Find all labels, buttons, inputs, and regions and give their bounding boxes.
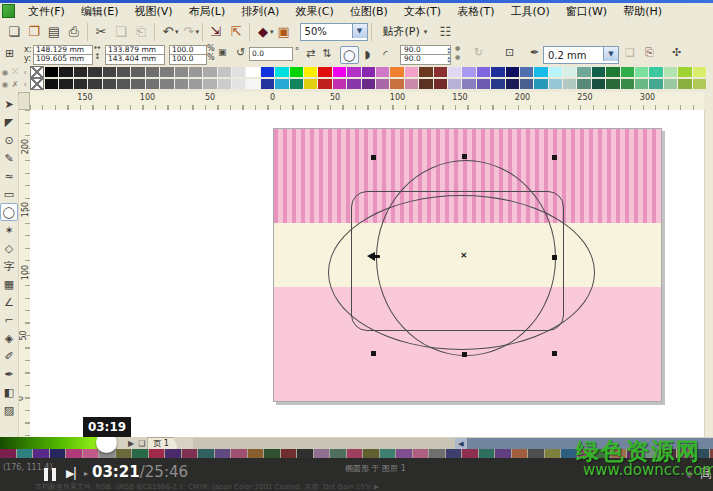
color-swatch[interactable] xyxy=(563,79,577,89)
doc-palette-swatch[interactable] xyxy=(396,449,413,458)
color-swatch[interactable] xyxy=(189,67,203,77)
doc-palette-swatch[interactable] xyxy=(149,449,166,458)
scroll-left-icon[interactable]: ◀ xyxy=(455,438,467,449)
doc-palette-swatch[interactable] xyxy=(413,449,430,458)
color-swatch[interactable] xyxy=(45,67,59,77)
color-swatch[interactable] xyxy=(491,67,505,77)
doc-palette-swatch[interactable] xyxy=(215,449,232,458)
menu-item-9[interactable]: 工具(O) xyxy=(503,3,556,20)
color-swatch[interactable] xyxy=(261,79,275,89)
redo-dd[interactable]: ▾ xyxy=(196,28,200,36)
doc-palette-swatch[interactable] xyxy=(116,449,133,458)
save-icon[interactable]: ▤ xyxy=(44,23,64,41)
color-swatch[interactable] xyxy=(534,67,548,77)
pie-mode-button[interactable]: ◗ xyxy=(359,46,376,62)
color-swatch[interactable] xyxy=(405,79,419,89)
color-swatch[interactable] xyxy=(635,79,649,89)
no-color-swatch[interactable] xyxy=(30,78,44,90)
selection-handle-bottom-center[interactable] xyxy=(462,352,467,357)
palette-control-icon[interactable]: ◉ xyxy=(0,68,10,77)
outline-pen-tool-icon[interactable]: ✒ xyxy=(0,365,18,383)
color-swatch[interactable] xyxy=(117,67,131,77)
menu-item-10[interactable]: 窗口(W) xyxy=(559,3,614,20)
color-swatch[interactable] xyxy=(592,79,606,89)
video-progress-bar[interactable] xyxy=(0,437,107,449)
color-swatch[interactable] xyxy=(693,79,707,89)
import-icon[interactable]: ⇲ xyxy=(206,23,226,41)
color-swatch[interactable] xyxy=(376,67,390,77)
add-page-icon[interactable]: ❏ xyxy=(138,439,145,448)
smart-draw-tool-icon[interactable]: ≈ xyxy=(0,167,18,185)
table-tool-icon[interactable]: ▦ xyxy=(0,275,18,293)
color-swatch[interactable] xyxy=(577,67,591,77)
vertical-scrollbar[interactable] xyxy=(704,110,713,437)
color-swatch[interactable] xyxy=(419,67,433,77)
palette-control-icon[interactable]: ✗ xyxy=(10,80,20,89)
color-swatch[interactable] xyxy=(592,67,606,77)
color-swatch[interactable] xyxy=(74,67,88,77)
pause-button[interactable] xyxy=(44,468,58,481)
fill-tool-icon[interactable]: ◧ xyxy=(0,383,18,401)
doc-palette-swatch[interactable] xyxy=(182,449,199,458)
color-swatch[interactable] xyxy=(577,79,591,89)
doc-palette-swatch[interactable] xyxy=(314,449,331,458)
zoom-combo-arrow-icon[interactable]: ▼ xyxy=(352,24,367,38)
print-icon[interactable]: ⎙ xyxy=(64,23,84,41)
new-icon[interactable]: ❏ xyxy=(4,23,24,41)
color-swatch[interactable] xyxy=(304,79,318,89)
page-tab[interactable]: 页 1 xyxy=(147,437,178,449)
color-swatch[interactable] xyxy=(534,79,548,89)
color-swatch[interactable] xyxy=(649,67,663,77)
color-swatch[interactable] xyxy=(678,79,692,89)
ellipse-mode-button[interactable]: ◯ xyxy=(340,46,359,64)
color-swatch[interactable] xyxy=(88,79,102,89)
color-swatch[interactable] xyxy=(203,79,217,89)
color-swatch[interactable] xyxy=(549,67,563,77)
doc-palette-swatch[interactable] xyxy=(297,449,314,458)
doc-palette-swatch[interactable] xyxy=(462,449,479,458)
corel-online-icon[interactable]: ▣ xyxy=(274,23,294,41)
rotation-field[interactable]: 0.0 xyxy=(249,47,293,61)
color-swatch[interactable] xyxy=(218,79,232,89)
color-swatch[interactable] xyxy=(491,79,505,89)
selection-handle-middle-right[interactable] xyxy=(552,255,557,260)
color-swatch[interactable] xyxy=(549,79,563,89)
blend-tool-icon[interactable]: ◈ xyxy=(0,329,18,347)
doc-palette-swatch[interactable] xyxy=(50,449,67,458)
menu-item-5[interactable]: 效果(C) xyxy=(288,3,340,20)
height-field[interactable]: 143.404 mm xyxy=(105,54,165,65)
outline-width-arrow-icon[interactable]: ▼ xyxy=(603,47,618,61)
color-swatch[interactable] xyxy=(45,79,59,89)
freehand-tool-icon[interactable]: ✎ xyxy=(0,149,18,167)
palette-control-icon[interactable]: ◉ xyxy=(0,80,10,89)
color-swatch[interactable] xyxy=(520,79,534,89)
page[interactable]: × xyxy=(273,128,662,402)
angle-radio-bottom-icon[interactable]: ● xyxy=(455,53,460,60)
menu-item-7[interactable]: 文本(T) xyxy=(397,3,448,20)
color-swatch[interactable] xyxy=(59,67,73,77)
color-swatch[interactable] xyxy=(333,79,347,89)
horizontal-scrollbar-track[interactable] xyxy=(193,438,455,449)
snap-menu[interactable]: 贴齐(P) xyxy=(383,24,420,39)
rectangle-tool-icon[interactable]: ▭ xyxy=(0,185,18,203)
doc-palette-swatch[interactable] xyxy=(330,449,347,458)
mirror-horizontal-icon[interactable]: ⇄ xyxy=(306,47,315,60)
selection-handle-top-left[interactable] xyxy=(371,155,376,160)
color-swatch[interactable] xyxy=(362,67,376,77)
snap-dd-icon[interactable]: ▾ xyxy=(424,28,428,36)
palette-control-icon[interactable]: ‹ xyxy=(20,68,30,77)
doc-palette-swatch[interactable] xyxy=(231,449,248,458)
shape-tool-icon[interactable]: ◤ xyxy=(0,113,18,131)
doc-palette-swatch[interactable] xyxy=(446,449,463,458)
selection-handle-top-right[interactable] xyxy=(552,155,557,160)
doc-palette-swatch[interactable] xyxy=(495,449,512,458)
next-page-icon[interactable]: ▶ xyxy=(128,439,134,448)
selection-handle-top-center[interactable] xyxy=(462,154,467,159)
doc-palette-swatch[interactable] xyxy=(17,449,34,458)
color-swatch[interactable] xyxy=(74,79,88,89)
selection-center-marker[interactable]: × xyxy=(460,250,468,260)
color-swatch[interactable] xyxy=(275,67,289,77)
color-swatch[interactable] xyxy=(246,67,260,77)
color-swatch[interactable] xyxy=(304,67,318,77)
color-swatch[interactable] xyxy=(477,79,491,89)
